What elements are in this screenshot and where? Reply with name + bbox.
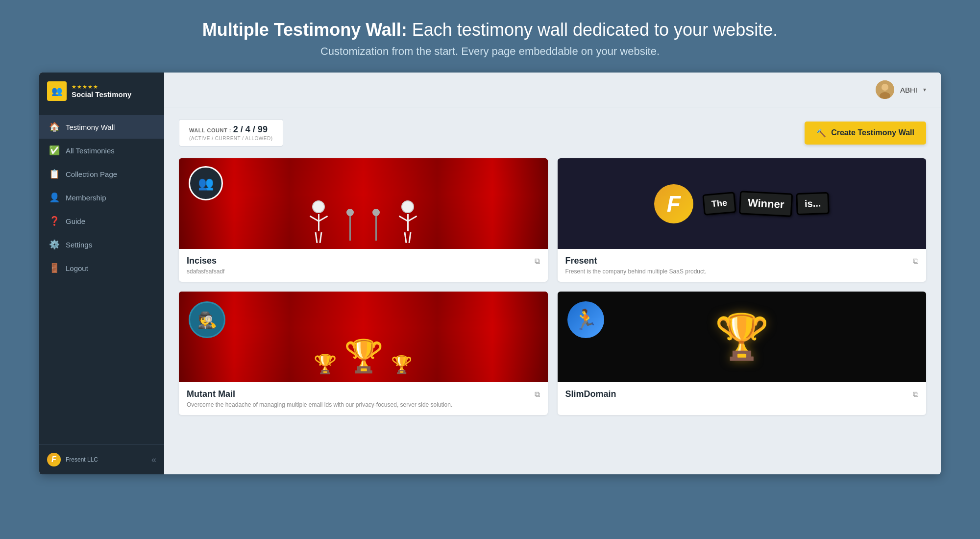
wall-count-label: WALL COUNT :2 / 4 / 99 [189,124,273,135]
winner-tag-winner: Winner [739,191,793,217]
card-incises[interactable]: 👥 [179,158,548,282]
user-avatar [876,80,894,99]
user-chevron-icon: ▾ [923,86,926,93]
card-title-fresent: Fresent [565,256,597,266]
card-image-incises: 👥 [179,158,548,249]
svg-point-1 [882,84,888,91]
cards-grid: 👥 [179,158,926,415]
card-mutant-mail[interactable]: 🕵️ 🏆 🏆 🏆 [179,292,548,415]
card-desc-incises: sdafasfsafsadf [187,268,540,275]
card-body-fresent: Fresent ⧉ Fresent is the company behind … [558,249,927,282]
guide-icon: ❓ [49,216,60,226]
card-slimdomain[interactable]: 🏃 🏆 SlimDomain ⧉ [558,292,927,415]
banner-headline: Multiple Testimony Wall: Each testimony … [10,20,970,40]
banner-subline: Customization from the start. Every page… [10,45,970,58]
nav-label-guide: Guide [66,217,85,225]
wall-count-sub: (ACTIVE / CURRENT / ALLOWED) [189,136,273,141]
card-title-slimdomain: SlimDomain [565,389,616,399]
create-btn-label: Create Testimony Wall [831,128,914,137]
sidebar-item-logout[interactable]: 🚪 Logout [39,256,164,280]
nav-label-settings: Settings [66,241,92,249]
sidebar-item-guide[interactable]: ❓ Guide [39,209,164,233]
wall-count-bar: WALL COUNT :2 / 4 / 99 (ACTIVE / CURRENT… [179,119,926,147]
winner-tags: The Winner is... [703,192,830,216]
card-title-incises: Incises [187,256,217,266]
external-link-icon-incises[interactable]: ⧉ [535,257,540,266]
logout-icon: 🚪 [49,263,60,273]
logo-icon: 👥 [47,81,67,101]
card-title-mutant: Mutant Mail [187,389,235,399]
logo-stars: ★★★★★ [72,84,131,90]
trophy-gold: 🏆 [344,338,384,375]
sidebar-item-membership[interactable]: 👤 Membership [39,186,164,209]
all-testimonies-icon: ✅ [49,145,60,156]
trophy-bronze: 🏆 [391,355,413,375]
fresent-card-logo: F [654,184,693,223]
sidebar: 👥 ★★★★★ Social Testimony 🏠 Testimony Wal… [39,73,164,474]
winner-tag-the: The [702,192,736,216]
create-testimony-wall-button[interactable]: 🔨 Create Testimony Wall [805,122,926,145]
user-menu[interactable]: ABHI ▾ [876,80,926,99]
card-body-slimdomain: SlimDomain ⧉ [558,382,927,408]
wall-count-box: WALL COUNT :2 / 4 / 99 (ACTIVE / CURRENT… [179,119,283,147]
top-banner: Multiple Testimony Wall: Each testimony … [0,0,980,73]
create-btn-icon: 🔨 [816,128,826,138]
card-image-fresent: F The Winner is... [558,158,927,249]
card-body-incises: Incises ⧉ sdafasfsafsadf [179,249,548,282]
trophy-silver: 🏆 [314,353,337,375]
card-image-mutant: 🕵️ 🏆 🏆 🏆 [179,292,548,382]
card-image-slimdomain: 🏃 🏆 [558,292,927,382]
card-body-mutant: Mutant Mail ⧉ Overcome the headache of m… [179,382,548,415]
card-desc-mutant: Overcome the headache of managing multip… [187,401,540,408]
card-desc-fresent: Fresent is the company behind multiple S… [565,268,919,275]
slimdomain-icon: 🏃 [567,301,604,338]
trophy-scene-mutant: 🏆 🏆 🏆 [314,338,413,382]
nav-label-testimony-wall: Testimony Wall [66,123,115,131]
nav-label-membership: Membership [66,194,106,202]
external-link-icon-mutant[interactable]: ⧉ [535,390,540,399]
sidebar-logo: 👥 ★★★★★ Social Testimony [39,73,164,110]
nav-label-all-testimonies: All Testimonies [66,147,115,155]
top-bar: ABHI ▾ [164,73,941,107]
sidebar-item-settings[interactable]: ⚙️ Settings [39,233,164,256]
external-link-icon-fresent[interactable]: ⧉ [913,257,918,266]
content-area: WALL COUNT :2 / 4 / 99 (ACTIVE / CURRENT… [164,107,941,474]
mutant-mail-icon: 🕵️ [189,301,225,338]
fresent-footer-logo: F [47,453,61,466]
logo-name: Social Testimony [72,90,131,99]
sidebar-footer: F Fresent LLC « [39,444,164,474]
app-container: 👥 ★★★★★ Social Testimony 🏠 Testimony Wal… [39,73,941,474]
membership-icon: 👤 [49,192,60,203]
winner-tag-is: is... [796,192,830,215]
home-icon: 🏠 [49,122,60,132]
main-content: ABHI ▾ WALL COUNT :2 / 4 / 99 (ACTIVE / … [164,73,941,474]
sidebar-item-all-testimonies[interactable]: ✅ All Testimonies [39,139,164,162]
incises-logo: 👥 [189,166,223,200]
sidebar-nav: 🏠 Testimony Wall ✅ All Testimonies 📋 Col… [39,110,164,444]
nav-label-logout: Logout [66,264,88,272]
sidebar-collapse-icon[interactable]: « [151,455,156,465]
user-name: ABHI [900,86,917,94]
nav-label-collection-page: Collection Page [66,170,117,178]
sidebar-item-testimony-wall[interactable]: 🏠 Testimony Wall [39,115,164,139]
sidebar-item-collection-page[interactable]: 📋 Collection Page [39,162,164,186]
card-fresent[interactable]: F The Winner is... Fresent ⧉ Fresent is … [558,158,927,282]
logo-text-block: ★★★★★ Social Testimony [72,84,131,99]
fresent-footer-text: Fresent LLC [66,456,98,463]
settings-icon: ⚙️ [49,239,60,250]
external-link-icon-slimdomain[interactable]: ⧉ [913,390,918,399]
collection-icon: 📋 [49,169,60,179]
